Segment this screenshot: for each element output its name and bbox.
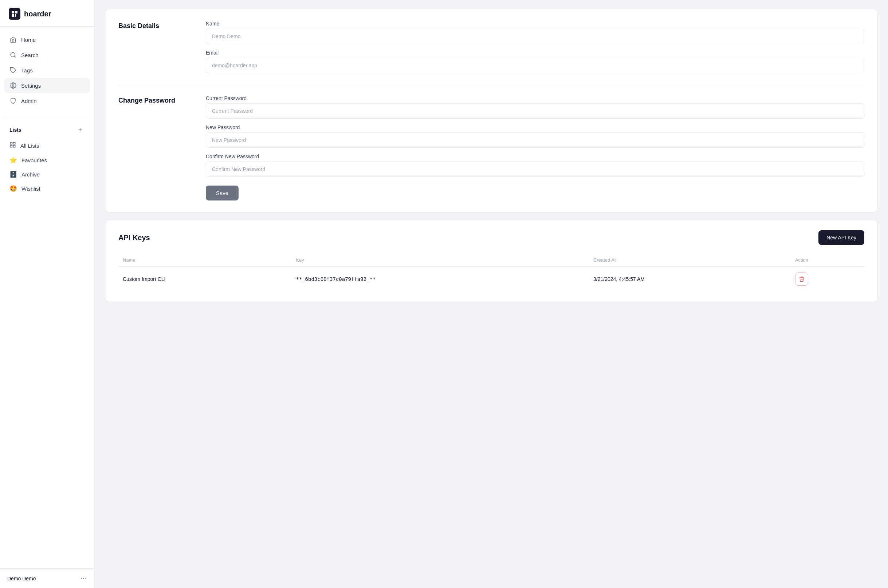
- svg-point-4: [11, 52, 15, 57]
- sidebar-item-search-label: Search: [21, 52, 39, 58]
- app-name: hoarder: [24, 10, 51, 18]
- svg-rect-1: [15, 11, 18, 14]
- current-password-label: Current Password: [206, 95, 864, 101]
- sidebar-item-tags[interactable]: Tags: [5, 63, 90, 78]
- new-password-label: New Password: [206, 124, 864, 130]
- shield-icon: [9, 97, 17, 104]
- list-item-archive-label: Archive: [21, 171, 40, 178]
- list-item-favourites[interactable]: ⭐ Favourites: [5, 153, 90, 167]
- api-keys-title: API Keys: [118, 234, 150, 242]
- basic-details-label: Basic Details: [118, 21, 191, 73]
- api-row-name: Custom Import CLI: [118, 267, 291, 292]
- api-row-key: **_6bd3c00f37c0a79ffa92_**: [291, 267, 589, 292]
- search-icon: [9, 51, 17, 58]
- add-list-button[interactable]: +: [75, 125, 85, 135]
- list-item-wishlist-label: Wishlist: [21, 186, 41, 192]
- sidebar-footer: Demo Demo ···: [0, 568, 94, 588]
- list-item-favourites-label: Favourites: [21, 157, 47, 164]
- all-lists-icon: [9, 141, 16, 150]
- wishlist-icon: 🤩: [9, 185, 17, 192]
- settings-icon: [9, 82, 17, 89]
- name-label: Name: [206, 21, 864, 27]
- logo-icon: [9, 8, 20, 20]
- sidebar-item-admin-label: Admin: [21, 98, 37, 104]
- save-button[interactable]: Save: [206, 186, 239, 201]
- api-row-action: [791, 267, 864, 292]
- sidebar-item-search[interactable]: Search: [5, 48, 90, 62]
- sidebar-item-settings-label: Settings: [21, 82, 41, 89]
- settings-card: Basic Details Name Email Change Password…: [105, 9, 878, 213]
- svg-point-7: [12, 85, 14, 87]
- api-keys-header: API Keys New API Key: [118, 230, 864, 245]
- sidebar-item-admin[interactable]: Admin: [5, 93, 90, 108]
- list-item-all-lists-label: All Lists: [20, 142, 39, 149]
- sidebar-item-tags-label: Tags: [21, 68, 33, 74]
- table-row: Custom Import CLI **_6bd3c00f37c0a79ffa9…: [118, 267, 864, 292]
- col-created-header: Created At: [589, 254, 791, 267]
- col-key-header: Key: [291, 254, 589, 267]
- name-field-group: Name: [206, 21, 864, 44]
- new-api-key-button[interactable]: New API Key: [819, 230, 864, 245]
- lists-section: Lists + All Lists ⭐ Favourites 🗄️ Archiv…: [0, 120, 94, 199]
- archive-icon: 🗄️: [9, 171, 17, 178]
- footer-menu-button[interactable]: ···: [80, 574, 87, 582]
- col-action-header: Action: [791, 254, 864, 267]
- sidebar-item-home[interactable]: Home: [5, 32, 90, 47]
- api-table-header-row: Name Key Created At Action: [118, 254, 864, 267]
- svg-rect-11: [14, 146, 15, 147]
- email-field-group: Email: [206, 50, 864, 73]
- email-input[interactable]: [206, 58, 864, 73]
- confirm-password-input[interactable]: [206, 162, 864, 177]
- svg-rect-9: [14, 142, 15, 144]
- api-table-body: Custom Import CLI **_6bd3c00f37c0a79ffa9…: [118, 267, 864, 292]
- sidebar-item-settings[interactable]: Settings: [5, 78, 90, 93]
- logo-area: hoarder: [0, 0, 94, 27]
- lists-title: Lists: [9, 127, 21, 133]
- basic-details-fields: Name Email: [206, 21, 864, 73]
- svg-rect-8: [10, 142, 12, 144]
- svg-rect-2: [12, 14, 14, 17]
- new-password-field-group: New Password: [206, 124, 864, 148]
- confirm-password-field-group: Confirm New Password: [206, 153, 864, 177]
- svg-rect-10: [10, 146, 12, 147]
- api-keys-table: Name Key Created At Action Custom Import…: [118, 254, 864, 291]
- current-password-field-group: Current Password: [206, 95, 864, 118]
- name-input[interactable]: [206, 29, 864, 44]
- section-divider: [118, 85, 864, 85]
- tags-icon: [9, 67, 17, 74]
- sidebar: hoarder Home Search: [0, 0, 95, 588]
- home-icon: [9, 36, 17, 43]
- api-keys-card: API Keys New API Key Name Key Created At…: [105, 220, 878, 302]
- new-password-input[interactable]: [206, 132, 864, 148]
- delete-api-key-button[interactable]: [795, 273, 808, 286]
- favourites-icon: ⭐: [9, 156, 17, 164]
- api-table-head: Name Key Created At Action: [118, 254, 864, 267]
- sidebar-item-home-label: Home: [21, 37, 36, 43]
- api-row-created: 3/21/2024, 4:45:57 AM: [589, 267, 791, 292]
- list-item-archive[interactable]: 🗄️ Archive: [5, 167, 90, 182]
- main-content: Basic Details Name Email Change Password…: [95, 0, 888, 588]
- change-password-label: Change Password: [118, 95, 191, 201]
- svg-rect-0: [12, 11, 14, 14]
- save-button-wrapper: Save: [206, 183, 864, 201]
- footer-username: Demo Demo: [7, 576, 36, 582]
- change-password-fields: Current Password New Password Confirm Ne…: [206, 95, 864, 201]
- list-item-wishlist[interactable]: 🤩 Wishlist: [5, 182, 90, 196]
- change-password-section: Change Password Current Password New Pas…: [118, 95, 864, 201]
- svg-line-5: [14, 56, 15, 57]
- list-item-all-lists[interactable]: All Lists: [5, 138, 90, 153]
- email-label: Email: [206, 50, 864, 56]
- lists-header: Lists +: [5, 123, 90, 137]
- main-nav: Home Search Tags: [0, 27, 94, 114]
- basic-details-section: Basic Details Name Email: [118, 21, 864, 73]
- confirm-password-label: Confirm New Password: [206, 153, 864, 159]
- nav-divider: [5, 117, 90, 117]
- col-name-header: Name: [118, 254, 291, 267]
- current-password-input[interactable]: [206, 104, 864, 118]
- svg-rect-3: [15, 14, 16, 17]
